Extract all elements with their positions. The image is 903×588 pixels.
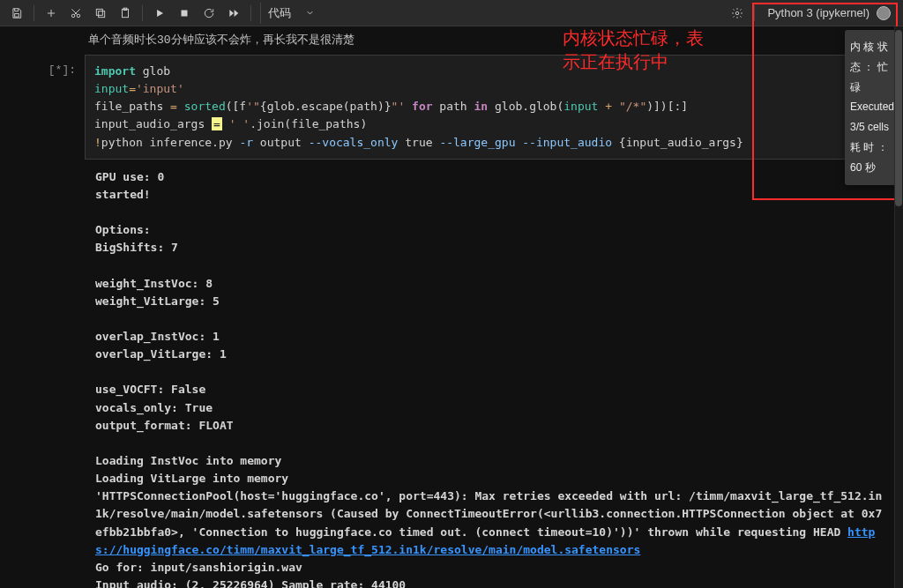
code-editor[interactable]: import glob input='input' file_paths = s…	[85, 55, 894, 160]
op: +	[598, 100, 618, 113]
code-text: input_audio_args	[94, 117, 212, 130]
output-text: Go for: input/sanshiorigin.wav Input aud…	[95, 561, 406, 588]
restart-icon[interactable]	[198, 3, 220, 24]
code-text: file_paths	[94, 100, 170, 113]
fast-forward-icon[interactable]	[222, 3, 245, 24]
run-icon[interactable]	[148, 3, 171, 24]
kernel-label: Python 3 (ipykernel)	[767, 6, 869, 19]
separator	[754, 5, 755, 21]
string: '"	[246, 100, 260, 113]
string: 'input'	[136, 82, 184, 95]
kernel-status-tooltip: 内 核 状 态 ： 忙 碌 Executed 3/5 cells 耗 时 ： 6…	[845, 30, 901, 185]
celltype-dropdown[interactable]: 代码	[260, 3, 322, 24]
notebook-area: 单个音频时长30分钟应该不会炸，再长我不是很清楚 [*]: import glo…	[0, 26, 903, 588]
add-cell-icon[interactable]	[40, 3, 63, 24]
tooltip-line: 碌	[850, 78, 896, 98]
separator	[142, 5, 143, 21]
bang: !	[94, 136, 101, 149]
svg-rect-4	[96, 9, 102, 15]
gear-icon[interactable]	[726, 3, 749, 24]
save-icon[interactable]	[5, 3, 28, 24]
tooltip-line: 耗 时 ：	[850, 138, 896, 158]
code-text: .glob(	[522, 100, 563, 113]
op: =	[129, 82, 136, 95]
svg-point-8	[736, 11, 740, 15]
code-text: output	[253, 136, 309, 149]
fn-sorted: sorted	[184, 100, 226, 113]
cut-icon[interactable]	[64, 3, 87, 24]
fstring-expr: {glob.escape(path)}	[260, 100, 392, 113]
tooltip-line: 60 秒	[850, 158, 896, 178]
separator	[250, 5, 251, 21]
chevron-down-icon	[305, 8, 315, 18]
toolbar: 代码 Python 3 (ipykernel)	[0, 0, 903, 26]
celltype-label: 代码	[268, 5, 291, 21]
kw-for: for	[405, 100, 432, 113]
code-text: glob	[488, 100, 522, 113]
tooltip-line: Executed	[850, 97, 896, 117]
svg-rect-7	[182, 10, 188, 16]
kw-in: in	[474, 100, 489, 113]
code-text: glob	[136, 64, 170, 78]
kernel-name[interactable]: Python 3 (ipykernel)	[760, 6, 898, 20]
cli-flag: --vocals_only	[309, 136, 399, 149]
code-text: )])[:]	[646, 100, 688, 113]
code-text: python inference.py	[101, 136, 240, 149]
cli-flag: -r	[239, 136, 253, 149]
highlighted-eq: =	[212, 117, 222, 130]
markdown-note: 单个音频时长30分钟应该不会炸，再长我不是很清楚	[9, 32, 894, 55]
string: "'	[392, 100, 406, 113]
stop-icon[interactable]	[173, 3, 196, 24]
kernel-busy-indicator	[877, 6, 891, 20]
output-error: 'HTTPSConnectionPool(host='huggingface.c…	[95, 489, 882, 538]
paste-icon[interactable]	[114, 3, 137, 24]
output-text: GPU use: 0 started! Options: BigShifts: …	[95, 170, 288, 485]
cli-flag: --large_gpu	[439, 136, 515, 149]
string: ' '	[222, 117, 250, 130]
tooltip-line: 内 核 状	[850, 37, 896, 57]
var-input: input	[94, 82, 129, 95]
code-text: ([f	[226, 100, 246, 113]
svg-rect-3	[99, 11, 105, 17]
cell-prompt: [*]:	[9, 55, 85, 160]
copy-icon[interactable]	[89, 3, 112, 24]
string: "/*"	[619, 100, 646, 113]
code-text: true	[398, 136, 439, 149]
code-text: {input_audio_args}	[612, 136, 743, 149]
kw-import: import	[94, 64, 136, 78]
vertical-scrollbar[interactable]	[894, 26, 903, 588]
separator	[34, 5, 34, 21]
op: =	[170, 100, 184, 113]
code-text: path	[433, 100, 474, 113]
tooltip-line: 3/5 cells	[850, 117, 896, 138]
tooltip-line: 态 ： 忙	[850, 57, 896, 78]
svg-rect-0	[15, 13, 19, 16]
code-cell[interactable]: [*]: import glob input='input' file_path…	[9, 55, 894, 160]
cli-flag: --input_audio	[522, 136, 612, 149]
scrollbar-thumb[interactable]	[895, 30, 902, 206]
var-input: input	[563, 100, 598, 113]
cell-output: GPU use: 0 started! Options: BigShifts: …	[85, 160, 894, 588]
code-text: .join(file_paths)	[250, 117, 367, 130]
